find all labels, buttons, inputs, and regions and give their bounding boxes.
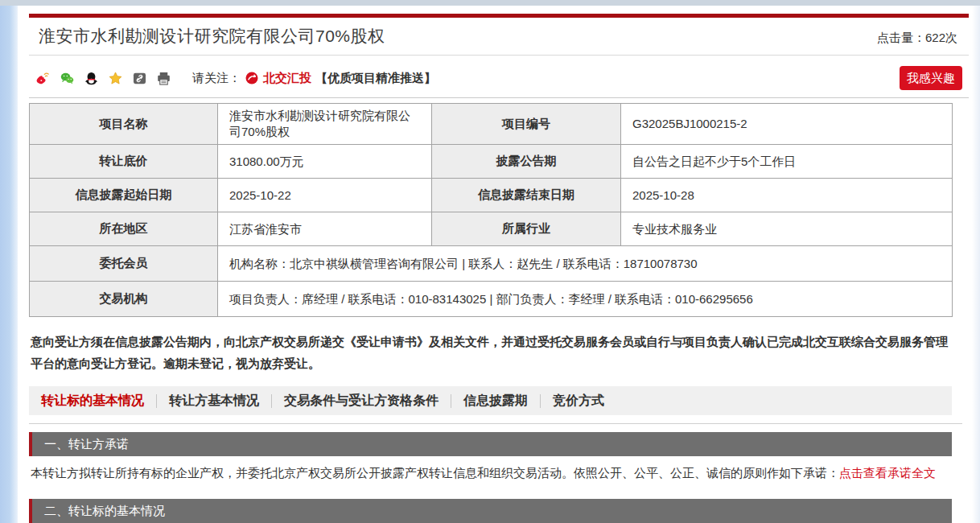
region-value: 江苏省淮安市 — [218, 212, 432, 246]
table-row: 项目名称 淮安市水利勘测设计研究院有限公司70%股权 项目编号 G32025BJ… — [30, 104, 953, 145]
section-tabbar: 转让标的基本情况 转让方基本情况 交易条件与受让方资格条件 信息披露期 竞价方式 — [29, 386, 952, 415]
section-heading-target-basic-info: 二、转让标的基本情况 — [29, 499, 952, 523]
disclosure-end-label: 信息披露结束日期 — [432, 179, 621, 212]
registration-notice: 意向受让方须在信息披露公告期内，向北京产权交易所递交《受让申请书》及相关文件，并… — [29, 331, 958, 374]
content-divider — [29, 423, 962, 424]
trading-agency-value: 项目负责人：席经理 / 联系电话：010-83143025 | 部门负责人：李经… — [218, 282, 953, 317]
tab-disclosure-period[interactable]: 信息披露期 — [451, 393, 540, 410]
table-row: 交易机构 项目负责人：席经理 / 联系电话：010-83143025 | 部门负… — [30, 282, 953, 317]
disclosure-start-value: 2025-10-22 — [218, 179, 432, 212]
weibo-icon[interactable] — [35, 71, 51, 86]
bjhuitou-logo-icon — [245, 71, 259, 85]
table-row: 所在地区 江苏省淮安市 所属行业 专业技术服务业 — [30, 212, 953, 246]
follow-prompt: 请关注： 北交汇投 【优质项目精准推送】 — [192, 71, 436, 86]
floor-price-value: 31080.00万元 — [218, 145, 432, 179]
industry-value: 专业技术服务业 — [621, 212, 953, 246]
announce-period-value: 自公告之日起不少于5个工作日 — [621, 145, 953, 179]
tab-transfer-target-basic[interactable]: 转让标的基本情况 — [29, 393, 156, 410]
wechat-icon[interactable] — [60, 71, 75, 86]
table-row: 信息披露起始日期 2025-10-22 信息披露结束日期 2025-10-28 — [30, 179, 953, 212]
tab-bidding-method[interactable]: 竞价方式 — [541, 393, 616, 410]
project-number-value: G32025BJ1000215-2 — [621, 104, 953, 145]
tab-transferor-basic[interactable]: 转让方基本情况 — [157, 393, 271, 410]
follow-note: 【优质项目精准推送】 — [315, 71, 436, 86]
project-info-table: 项目名称 淮安市水利勘测设计研究院有限公司70%股权 项目编号 G32025BJ… — [29, 103, 953, 317]
industry-label: 所属行业 — [432, 212, 621, 246]
left-edge-decoration — [0, 0, 18, 523]
follow-brand-link[interactable]: 北交汇投 — [263, 71, 311, 86]
qq-icon[interactable] — [84, 71, 99, 86]
hit-counter-value: 622次 — [925, 31, 957, 44]
hit-counter-label: 点击量： — [877, 31, 925, 44]
tab-conditions-qualifications[interactable]: 交易条件与受让方资格条件 — [272, 393, 451, 410]
entrusted-member-value: 机构名称：北京中祺纵横管理咨询有限公司 | 联系人：赵先生 / 联系电话：187… — [218, 246, 953, 282]
project-name-value: 淮安市水利勘测设计研究院有限公司70%股权 — [218, 104, 432, 145]
region-label: 所在地区 — [30, 212, 218, 246]
title-row: 淮安市水利勘测设计研究院有限公司70%股权 点击量：622次 — [29, 18, 969, 56]
favorite-star-icon[interactable] — [108, 71, 123, 86]
section-heading-transferor-commitment: 一、转让方承诺 — [29, 432, 952, 456]
table-row: 委托会员 机构名称：北京中祺纵横管理咨询有限公司 | 联系人：赵先生 / 联系电… — [30, 246, 953, 282]
right-edge-decoration — [972, 0, 980, 523]
follow-label: 请关注： — [192, 71, 241, 86]
view-full-commitment-link[interactable]: 点击查看承诺全文 — [839, 466, 936, 480]
print-icon[interactable] — [156, 71, 171, 86]
interested-button[interactable]: 我感兴趣 — [900, 66, 962, 90]
commitment-body: 本转让方拟转让所持有标的企业产权，并委托北京产权交易所公开披露产权转让信息和组织… — [31, 466, 839, 480]
share-icons — [35, 71, 171, 86]
project-number-label: 项目编号 — [432, 104, 621, 145]
project-name-label: 项目名称 — [30, 104, 218, 145]
share-toolbar: 请关注： 北交汇投 【优质项目精准推送】 我感兴趣 — [29, 56, 969, 98]
announce-period-label: 披露公告期 — [432, 145, 621, 179]
floor-price-label: 转让底价 — [30, 145, 218, 179]
page-title: 淮安市水利勘测设计研究院有限公司70%股权 — [39, 25, 385, 47]
hit-counter: 点击量：622次 — [877, 31, 957, 47]
trading-agency-label: 交易机构 — [30, 282, 218, 317]
disclosure-end-value: 2025-10-28 — [621, 179, 953, 212]
entrusted-member-label: 委托会员 — [30, 246, 218, 282]
disclosure-start-label: 信息披露起始日期 — [30, 179, 218, 212]
table-row: 转让底价 31080.00万元 披露公告期 自公告之日起不少于5个工作日 — [30, 145, 953, 179]
commitment-text: 本转让方拟转让所持有标的企业产权，并委托北京产权交易所公开披露产权转让信息和组织… — [29, 456, 952, 491]
page-container: 淮安市水利勘测设计研究院有限公司70%股权 点击量：622次 — [29, 0, 969, 523]
copy-link-icon[interactable] — [132, 71, 147, 86]
